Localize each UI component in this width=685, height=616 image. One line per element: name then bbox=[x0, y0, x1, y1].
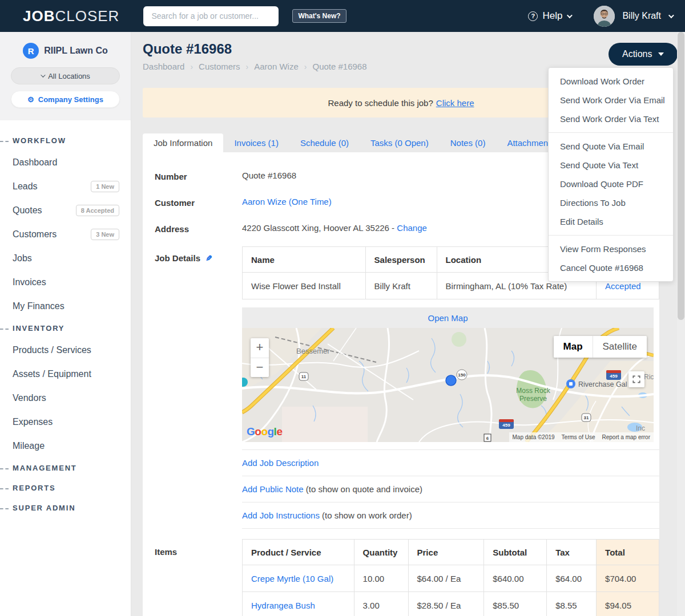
sidebar-item-label: Customers bbox=[13, 229, 91, 240]
sidebar-item-dashboard[interactable]: Dashboard bbox=[0, 151, 131, 175]
section-dash-icon bbox=[0, 488, 9, 489]
scrollbar-thumb[interactable] bbox=[678, 32, 684, 320]
item-total-cell: $704.00 bbox=[597, 565, 659, 592]
menu-item-directions-to-job[interactable]: Directions To Job bbox=[549, 193, 673, 212]
user-menu[interactable]: Billy Kraft bbox=[594, 6, 672, 27]
product-link-crepe-myrtle-10-gal[interactable]: Crepe Myrtle (10 Gal) bbox=[251, 574, 333, 583]
sidebar-item-label: Assets / Equipment bbox=[13, 369, 119, 379]
col-price: Price bbox=[408, 540, 484, 565]
map-zoom-control: + − bbox=[251, 338, 269, 377]
menu-item-cancel-quote-16968[interactable]: Cancel Quote #16968 bbox=[549, 258, 673, 277]
logo-light: CLOSER bbox=[55, 7, 119, 25]
google-logo[interactable]: Google bbox=[247, 425, 282, 438]
sidebar-item-jobs[interactable]: Jobs bbox=[0, 246, 131, 270]
search-input[interactable] bbox=[143, 6, 279, 26]
report-map-error-link[interactable]: Report a map error bbox=[599, 432, 654, 442]
tab-schedule-0[interactable]: Schedule (0) bbox=[289, 133, 360, 152]
i459-shield-2: 459 bbox=[606, 370, 621, 380]
item-row: Hydrangea Bush3.00$28.50 / Ea$85.50$8.55… bbox=[243, 592, 659, 616]
menu-item-download-quote-pdf[interactable]: Download Quote PDF bbox=[549, 175, 673, 193]
section-dash-icon bbox=[0, 141, 9, 142]
company-settings-button[interactable]: ⚙ Company Settings bbox=[11, 91, 120, 108]
actions-button[interactable]: Actions bbox=[609, 43, 678, 66]
sidebar-item-assets-equipment[interactable]: Assets / Equipment bbox=[0, 362, 131, 386]
google-map[interactable]: Bessemer Moss Rock Preserve Riverchase G… bbox=[242, 328, 654, 442]
menu-item-send-work-order-via-text[interactable]: Send Work Order Via Text bbox=[549, 110, 673, 128]
sidebar-item-my-finances[interactable]: My Finances bbox=[0, 294, 131, 318]
locations-selector[interactable]: All Locations bbox=[11, 67, 120, 84]
breadcrumb-item-aaron-wize[interactable]: Aaron Wize bbox=[254, 62, 299, 71]
menu-item-download-work-order[interactable]: Download Work Order bbox=[549, 72, 673, 91]
actions-dropdown: Download Work OrderSend Work Order Via E… bbox=[548, 67, 674, 282]
job-details-label: Job Details bbox=[155, 253, 200, 263]
zoom-out-button[interactable]: − bbox=[251, 358, 269, 377]
tab-job-information[interactable]: Job Information bbox=[143, 133, 223, 152]
item-product-cell: Crepe Myrtle (10 Gal) bbox=[243, 565, 354, 592]
sidebar-item-leads[interactable]: Leads1 New bbox=[0, 175, 131, 198]
section-dash-icon bbox=[0, 329, 9, 330]
status-accepted-link[interactable]: Accepted bbox=[605, 281, 641, 291]
sidebar-item-invoices[interactable]: Invoices bbox=[0, 270, 131, 294]
sidebar-item-expenses[interactable]: Expenses bbox=[0, 410, 131, 434]
map-label-cut-bottom: Inc bbox=[636, 424, 645, 432]
menu-item-send-quote-via-text[interactable]: Send Quote Via Text bbox=[549, 156, 673, 175]
add-job-description-link[interactable]: Add Job Description bbox=[242, 458, 319, 468]
svg-text:6: 6 bbox=[486, 436, 489, 441]
sidebar-item-products-services[interactable]: Products / Services bbox=[0, 338, 131, 362]
sidebar-section-reports: REPORTS bbox=[0, 478, 131, 498]
sidebar-badge: 1 New bbox=[91, 181, 119, 192]
item-total-cell: $94.05 bbox=[597, 592, 659, 616]
add-job-instructions-link[interactable]: Add Job Instructions bbox=[242, 510, 320, 520]
sidebar-nav: WORKFLOWDashboardLeads1 NewQuotes8 Accep… bbox=[0, 120, 131, 518]
svg-text:150: 150 bbox=[458, 372, 466, 378]
section-title: MANAGEMENT bbox=[13, 464, 77, 472]
menu-item-view-form-responses[interactable]: View Form Responses bbox=[549, 240, 673, 258]
sidebar-item-quotes[interactable]: Quotes8 Accepted bbox=[0, 198, 131, 222]
product-link-hydrangea-bush[interactable]: Hydrangea Bush bbox=[251, 601, 315, 610]
menu-item-edit-details[interactable]: Edit Details bbox=[549, 212, 673, 231]
whats-new-button[interactable]: What's New? bbox=[292, 9, 346, 23]
address-change-link[interactable]: Change bbox=[397, 223, 427, 233]
tab-tasks-0-open[interactable]: Tasks (0 Open) bbox=[360, 133, 440, 152]
sidebar-item-vendors[interactable]: Vendors bbox=[0, 386, 131, 410]
item-quantity-cell: 10.00 bbox=[354, 565, 408, 592]
zoom-in-button[interactable]: + bbox=[251, 338, 269, 358]
tab-invoices-1[interactable]: Invoices (1) bbox=[223, 133, 289, 152]
svg-text:11: 11 bbox=[301, 374, 307, 379]
route6-shield: 6 bbox=[484, 434, 491, 441]
map-label-bessemer: Bessemer bbox=[296, 347, 330, 355]
tab-notes-0[interactable]: Notes (0) bbox=[440, 133, 497, 152]
company-logo: R bbox=[23, 43, 39, 59]
banner-click-here-link[interactable]: Click here bbox=[436, 98, 474, 108]
breadcrumb-item-customers[interactable]: Customers bbox=[199, 62, 240, 71]
terms-of-use-link[interactable]: Terms of Use bbox=[558, 432, 599, 442]
sidebar-item-label: Products / Services bbox=[13, 345, 119, 355]
locations-label: All Locations bbox=[48, 72, 90, 80]
sidebar-item-mileage[interactable]: Mileage bbox=[0, 434, 131, 458]
actions-label: Actions bbox=[622, 49, 652, 59]
edit-pencil-icon[interactable]: ✎ bbox=[206, 254, 212, 263]
map-type-satellite-button[interactable]: Satellite bbox=[593, 336, 647, 358]
item-subtotal-cell: $85.50 bbox=[484, 592, 547, 616]
map-type-map-button[interactable]: Map bbox=[554, 336, 593, 358]
menu-item-send-work-order-via-email[interactable]: Send Work Order Via Email bbox=[549, 91, 673, 110]
help-menu[interactable]: ? Help bbox=[528, 10, 571, 22]
fullscreen-button[interactable] bbox=[628, 371, 644, 387]
svg-text:459: 459 bbox=[610, 374, 618, 379]
sidebar-company-block: R RIIPL Lawn Co All Locations ⚙ Company … bbox=[0, 32, 131, 120]
google-logo-letter: e bbox=[276, 425, 282, 437]
breadcrumb-item-dashboard[interactable]: Dashboard bbox=[143, 62, 184, 71]
customer-link[interactable]: Aaron Wize (One Time) bbox=[242, 197, 332, 206]
sidebar-item-label: Mileage bbox=[13, 441, 119, 451]
sidebar-item-customers[interactable]: Customers3 New bbox=[0, 222, 131, 246]
app-logo[interactable]: JOBCLOSER bbox=[23, 7, 119, 25]
col-salesperson: Salesperson bbox=[365, 247, 437, 273]
add-public-note-link[interactable]: Add Public Note bbox=[242, 484, 304, 494]
breadcrumb-separator: › bbox=[304, 62, 307, 71]
fullscreen-icon bbox=[632, 375, 641, 384]
sidebar-section-inventory: INVENTORY bbox=[0, 318, 131, 338]
col-name: Name bbox=[243, 247, 366, 273]
chevron-down-icon bbox=[41, 72, 45, 77]
open-map-link[interactable]: Open Map bbox=[428, 313, 468, 323]
menu-item-send-quote-via-email[interactable]: Send Quote Via Email bbox=[549, 137, 673, 156]
